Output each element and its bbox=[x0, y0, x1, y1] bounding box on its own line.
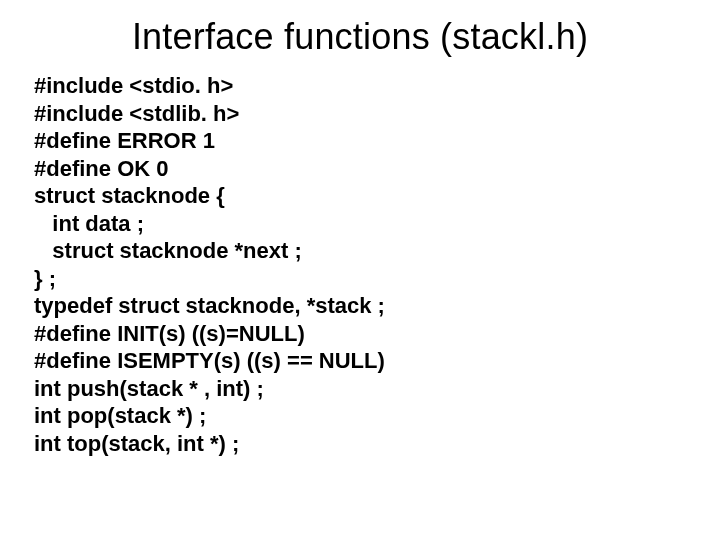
slide-title: Interface functions (stackl.h) bbox=[0, 16, 720, 58]
code-block: #include <stdio. h> #include <stdlib. h>… bbox=[34, 72, 385, 457]
slide: Interface functions (stackl.h) #include … bbox=[0, 0, 720, 540]
